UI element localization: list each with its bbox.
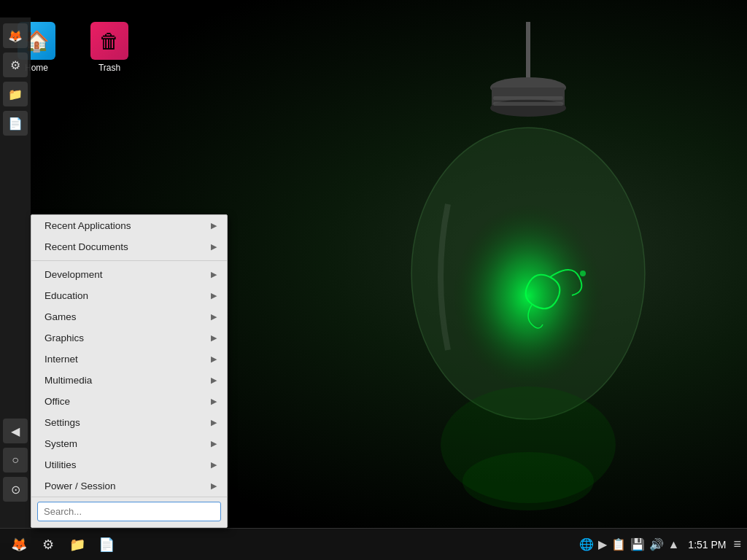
arrow-icon: ▶ — [211, 270, 217, 279]
tray-icon-clipboard[interactable]: 📋 — [611, 537, 626, 551]
svg-rect-4 — [493, 96, 563, 100]
menu-item-games[interactable]: Games ▶ — [31, 306, 227, 327]
menu-separator — [31, 260, 227, 261]
arrow-icon: ▶ — [211, 418, 217, 427]
svg-point-10 — [462, 452, 594, 510]
menu-item-multimedia[interactable]: Multimedia ▶ — [31, 370, 227, 391]
taskbar-item-settings[interactable]: ⚙ — [35, 532, 61, 558]
arrow-icon: ▶ — [211, 460, 217, 470]
tray-icon-save[interactable]: 💾 — [630, 537, 645, 551]
arrow-icon: ▶ — [211, 333, 217, 343]
desktop-icon-trash[interactable]: 🗑 Trash — [80, 22, 139, 73]
svg-rect-5 — [493, 102, 563, 106]
desktop: 🏠 Home 🗑 Trash 🦊 ⚙ 📁 📄 ◀ ○ ⊙ Recent Appl… — [0, 0, 747, 560]
arrow-icon: ▶ — [211, 481, 217, 491]
taskbar-item-firefox[interactable]: 🦊 — [6, 532, 32, 558]
arrow-icon: ▶ — [211, 397, 217, 406]
arrow-icon: ▶ — [211, 312, 217, 322]
menu-item-recent-applications[interactable]: Recent Applications ▶ — [31, 215, 227, 236]
sidebar: 🦊 ⚙ 📁 📄 ◀ ○ ⊙ — [0, 18, 31, 542]
tray-menu-icon[interactable]: ≡ — [733, 537, 741, 552]
sidebar-btn-text[interactable]: 📄 — [3, 111, 28, 136]
trash-icon-label: Trash — [98, 63, 120, 73]
menu-item-utilities[interactable]: Utilities ▶ — [31, 454, 227, 475]
tray-icon-volume[interactable]: 🔊 — [649, 537, 664, 551]
svg-point-8 — [580, 271, 586, 276]
arrow-icon: ▶ — [211, 439, 217, 448]
wallpaper-bulb — [346, 22, 711, 532]
search-input[interactable] — [37, 502, 221, 521]
menu-item-graphics[interactable]: Graphics ▶ — [31, 327, 227, 349]
sidebar-btn-circle[interactable]: ○ — [3, 448, 28, 472]
sidebar-btn-clock[interactable]: ⊙ — [3, 477, 28, 502]
taskbar: 🦊 ⚙ 📁 📄 🌐 ▶ 📋 💾 🔊 ▲ 1:51 PM ≡ — [0, 528, 747, 560]
sidebar-btn-back[interactable]: ◀ — [3, 419, 28, 443]
arrow-icon: ▶ — [211, 242, 217, 252]
arrow-icon: ▶ — [211, 376, 217, 385]
svg-point-3 — [490, 99, 566, 117]
arrow-icon: ▶ — [211, 221, 217, 230]
menu-item-development[interactable]: Development ▶ — [31, 264, 227, 285]
menu-item-recent-documents[interactable]: Recent Documents ▶ — [31, 236, 227, 257]
menu-item-internet[interactable]: Internet ▶ — [31, 349, 227, 370]
tray-icon-play[interactable]: ▶ — [598, 537, 607, 551]
menu-item-education[interactable]: Education ▶ — [31, 285, 227, 306]
clock: 1:51 PM — [688, 539, 726, 551]
sidebar-btn-firefox[interactable]: 🦊 — [3, 23, 28, 48]
arrow-icon: ▶ — [211, 291, 217, 300]
system-tray: 🌐 ▶ 📋 💾 🔊 ▲ 1:51 PM ≡ — [579, 537, 748, 552]
arrow-icon: ▶ — [211, 354, 217, 364]
tray-icon-globe[interactable]: 🌐 — [579, 537, 594, 551]
sidebar-btn-settings[interactable]: ⚙ — [3, 52, 28, 77]
application-menu: Recent Applications ▶ Recent Documents ▶… — [31, 214, 228, 528]
menu-item-system[interactable]: System ▶ — [31, 433, 227, 454]
taskbar-item-files[interactable]: 📁 — [64, 532, 90, 558]
menu-search-area — [31, 497, 227, 527]
trash-icon: 🗑 — [90, 22, 128, 60]
tray-icon-expand[interactable]: ▲ — [668, 538, 680, 551]
menu-item-power-session[interactable]: Power / Session ▶ — [31, 475, 227, 497]
taskbar-item-text[interactable]: 📄 — [93, 532, 120, 558]
sidebar-btn-files[interactable]: 📁 — [3, 82, 28, 106]
menu-item-office[interactable]: Office ▶ — [31, 391, 227, 412]
menu-item-settings[interactable]: Settings ▶ — [31, 412, 227, 433]
